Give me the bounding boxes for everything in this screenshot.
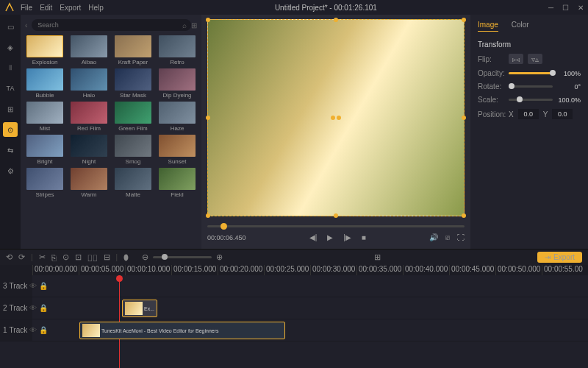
track-label: Track (10, 326, 28, 334)
effect-thumb[interactable]: Bright (25, 135, 65, 165)
effect-thumb[interactable]: Mist (25, 102, 65, 132)
volume-icon[interactable]: 🔊 (429, 233, 438, 241)
pos-x-label: X (509, 110, 514, 118)
effect-label: Kraft Paper (118, 59, 148, 66)
maximize-button[interactable]: ☐ (562, 4, 569, 12)
delete-button[interactable]: ⊟ (104, 252, 110, 262)
flip-vertical-button[interactable]: ▿▵ (528, 54, 542, 64)
zoom-slider[interactable] (153, 256, 212, 258)
back-icon[interactable]: ‹ (25, 21, 27, 29)
effect-thumb[interactable]: Aibao (69, 35, 109, 66)
effect-label: Field (171, 191, 183, 198)
track-number: 2 (3, 304, 7, 312)
stop-button[interactable]: ■ (362, 233, 366, 241)
opacity-label: Opacity: (478, 69, 504, 77)
ruler-tick: 00:00:00.000 (32, 265, 79, 275)
effect-label: Green Film (118, 125, 148, 132)
ruler-tick: 00:00:40.000 (403, 265, 449, 275)
track-label: Track (10, 304, 28, 312)
menu-help[interactable]: Help (88, 4, 104, 12)
export-button[interactable]: ⇥Export (537, 252, 582, 263)
timeline-clip[interactable]: TunesKit AceMovi - Best Video Editor for… (79, 322, 285, 339)
effect-label: Smog (126, 158, 141, 165)
effect-thumb[interactable]: Kraft Paper (113, 35, 153, 66)
effect-label: Bubble (36, 92, 54, 99)
effect-thumb[interactable]: Night (69, 135, 109, 165)
effects-tab-icon[interactable]: ⊙ (3, 122, 18, 137)
marker-button[interactable]: ⬮ (123, 252, 129, 262)
ruler-tick: 00:00:10.000 (125, 265, 171, 275)
copy-button[interactable]: ⎘ (51, 253, 57, 262)
speed-button[interactable]: ⊙ (62, 252, 69, 262)
timeline-clip[interactable]: Ex... (122, 300, 157, 317)
effect-label: Bright (37, 158, 53, 165)
close-button[interactable]: ✕ (578, 4, 584, 12)
search-input[interactable] (32, 19, 191, 31)
effect-thumb[interactable]: Dip Dyeing (157, 68, 197, 99)
effect-thumb[interactable]: Explosion (25, 35, 65, 66)
effect-thumb[interactable]: Halo (69, 68, 109, 99)
effect-thumb[interactable]: Haze (157, 102, 197, 132)
preview-canvas[interactable] (207, 19, 465, 216)
redo-button[interactable]: ⟳ (18, 252, 25, 262)
position-x-input[interactable] (518, 109, 539, 119)
effect-label: Sunset (168, 158, 187, 165)
opacity-slider[interactable] (509, 72, 553, 74)
ruler-tick: 00:00:05.000 (79, 265, 125, 275)
effect-thumb[interactable]: Field (157, 168, 197, 198)
text-tab-icon[interactable]: TA (3, 81, 18, 96)
templates-tab-icon[interactable]: ⊞ (3, 102, 18, 116)
tab-color[interactable]: Color (512, 21, 529, 32)
tab-image[interactable]: Image (478, 21, 498, 32)
next-frame-button[interactable]: |▶ (343, 233, 351, 241)
effect-thumb[interactable]: Red Film (69, 102, 109, 132)
scale-label: Scale: (478, 96, 504, 104)
menu-export[interactable]: Export (60, 4, 81, 12)
zoom-in-button[interactable]: ⊕ (216, 252, 223, 262)
effect-thumb[interactable]: Green Film (113, 102, 153, 132)
prev-frame-button[interactable]: ◀| (309, 233, 318, 241)
effect-label: Dip Dyeing (162, 92, 191, 99)
app-logo (4, 2, 15, 13)
effect-label: Stripes (36, 191, 54, 198)
cut-button[interactable]: ✂ (39, 252, 46, 262)
play-button[interactable]: ▶ (327, 233, 333, 241)
effect-label: Retro (170, 59, 184, 66)
scale-slider[interactable] (509, 99, 553, 101)
ruler-tick: 00:00:35.000 (356, 265, 403, 275)
media-tab-icon[interactable]: ▭ (3, 19, 18, 34)
grid-view-icon[interactable]: ⊞ (191, 21, 197, 29)
playback-scrubber[interactable] (207, 225, 465, 227)
fullscreen-icon[interactable]: ⛶ (457, 233, 465, 241)
effect-thumb[interactable]: Matte (113, 168, 153, 198)
menu-file[interactable]: File (21, 4, 32, 12)
menu-edit[interactable]: Edit (40, 4, 52, 12)
crop-button[interactable]: ⊡ (75, 252, 82, 262)
ruler-tick: 00:00:15.000 (171, 265, 218, 275)
ruler-tick: 00:00:20.000 (218, 265, 264, 275)
effect-thumb[interactable]: Retro (157, 35, 197, 66)
settings-tab-icon[interactable]: ⚙ (3, 163, 18, 178)
split-button[interactable]: ⌷⌷ (87, 253, 98, 262)
undo-button[interactable]: ⟲ (6, 252, 12, 262)
minimize-button[interactable]: ─ (548, 4, 553, 12)
zoom-out-button[interactable]: ⊖ (142, 252, 148, 262)
effect-thumb[interactable]: Warm (69, 168, 109, 198)
position-y-input[interactable] (552, 109, 573, 119)
rotate-slider[interactable] (509, 85, 553, 88)
flip-horizontal-button[interactable]: ▹◃ (509, 54, 523, 64)
effect-thumb[interactable]: Stripes (25, 168, 65, 198)
effect-thumb[interactable]: Smog (113, 135, 153, 165)
effect-label: Explosion (32, 59, 58, 66)
audio-tab-icon[interactable]: ⦀ (3, 60, 18, 75)
effect-thumb[interactable]: Star Mask (113, 68, 153, 99)
menu-bar: File Edit Export Help (21, 4, 104, 12)
settings-icon[interactable]: ⊞ (374, 252, 381, 262)
effect-thumb[interactable]: Bubble (25, 68, 65, 99)
transitions-tab-icon[interactable]: ⇆ (3, 143, 18, 158)
layers-tab-icon[interactable]: ◈ (3, 40, 18, 54)
rotate-label: Rotate: (478, 82, 504, 91)
snapshot-icon[interactable]: ⎚ (445, 233, 450, 241)
effect-thumb[interactable]: Sunset (157, 135, 197, 165)
track-label: Track (10, 282, 28, 290)
